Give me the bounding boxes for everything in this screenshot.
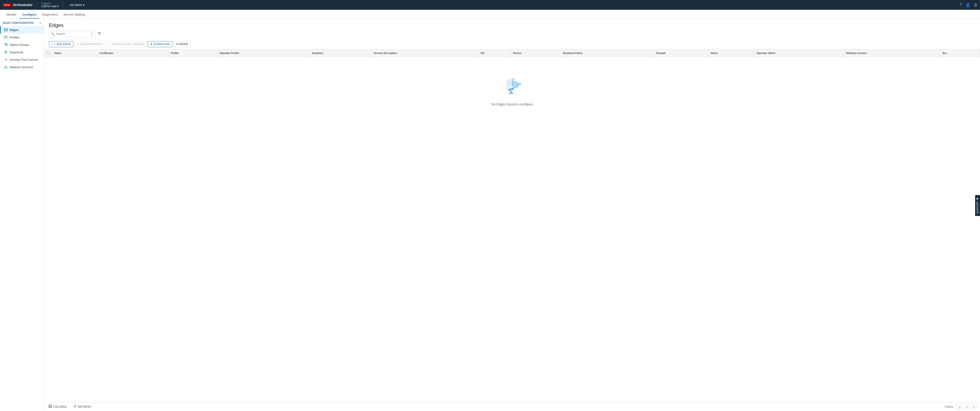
more-button[interactable]: ••• MORE [173, 41, 191, 47]
col-name[interactable]: Name [52, 49, 97, 57]
col-secrets-encryption[interactable]: Secrets Encryption [371, 49, 478, 57]
menu-button[interactable]: ☰ [974, 3, 977, 7]
pagination-next-button[interactable]: ▶ [972, 405, 977, 409]
user-button[interactable]: 👤 [966, 3, 970, 7]
svg-rect-34 [50, 405, 51, 408]
svg-point-15 [6, 68, 8, 68]
svg-line-16 [5, 67, 6, 68]
top-nav-left: vmw Orchestrator Customer LAB for velo ▾… [3, 2, 84, 8]
tab-configure[interactable]: Configure [19, 11, 39, 19]
columns-button[interactable]: COLUMNS [47, 404, 68, 409]
select-all-checkbox[interactable] [46, 51, 49, 54]
assign-profile-label: ✓ ASSIGN PROFILE [77, 43, 103, 46]
sidebar-item-object-groups[interactable]: Object Groups [0, 41, 44, 48]
empty-state-row: No Edges found to configure [44, 57, 980, 125]
edges-table: Name Certificates Profile Operator Profi… [44, 49, 980, 125]
sidebar-item-label-segments: Segments [10, 51, 23, 54]
collapse-sidebar-button[interactable]: « [39, 21, 41, 25]
hamburger-icon: ☰ [974, 3, 977, 7]
overlay-flow-icon [4, 58, 8, 62]
edges-icon [4, 28, 8, 32]
sidebar: Edge Configuration « Edges Pro [0, 19, 44, 411]
empty-illustration [501, 75, 524, 99]
top-nav: vmw Orchestrator Customer LAB for velo ▾… [0, 0, 980, 10]
assign-edge-license-button[interactable]: ✓ ASSIGN EDGE LICENSE [107, 41, 147, 47]
bottom-bar: COLUMNS REFRESH 0 items |◀ ◀ ▶ [44, 402, 980, 411]
sidebar-item-label-object-groups: Object Groups [10, 43, 29, 46]
pagination-first-button[interactable]: |◀ [956, 405, 962, 409]
add-edge-label: + ADD EDGE [54, 43, 71, 46]
main-layout: Edge Configuration « Edges Pro [0, 19, 980, 411]
columns-icon [48, 405, 52, 409]
sidebar-item-network-services[interactable]: Network Services [0, 63, 44, 71]
sidebar-item-segments[interactable]: Segments [0, 48, 44, 56]
col-operator-alerts[interactable]: Operator Alerts [754, 49, 844, 57]
filter-icon[interactable] [97, 32, 102, 36]
col-device[interactable]: Device [511, 49, 560, 57]
sidebar-item-profiles[interactable]: Profiles [0, 33, 44, 41]
search-box[interactable]: 🔍 ⓘ [49, 31, 95, 37]
content-header: Edges 🔍 ⓘ [44, 19, 980, 39]
profiles-icon [4, 35, 8, 39]
items-count: 0 items [944, 405, 953, 408]
add-edge-button[interactable]: + + ADD EDGE [49, 41, 73, 47]
svg-point-14 [4, 68, 5, 68]
refresh-button[interactable]: REFRESH [72, 404, 92, 409]
empty-state: No Edges found to configure [44, 57, 980, 125]
object-groups-icon [4, 43, 8, 46]
col-analytics[interactable]: Analytics [310, 49, 371, 57]
assign-profile-button[interactable]: ✓ ASSIGN PROFILE [74, 41, 106, 47]
col-checkbox[interactable] [44, 49, 52, 57]
col-certificates[interactable]: Certificates [97, 49, 169, 57]
assign-edge-license-label: ✓ ASSIGN EDGE LICENSE [109, 43, 144, 46]
col-business-policy[interactable]: Business Policy [560, 49, 654, 57]
tab-service-settings[interactable]: Service Settings [60, 11, 88, 19]
content-area: Edges 🔍 ⓘ + + ADD [44, 19, 980, 411]
toolbar: + + ADD EDGE ✓ ASSIGN PROFILE ✓ ASSIGN E… [44, 39, 980, 49]
bottom-bar-right: 0 items |◀ ◀ ▶ [944, 405, 977, 409]
col-alerts[interactable]: Alerts [708, 49, 754, 57]
sdwan-dropdown[interactable]: SD-WAN ▾ [70, 3, 84, 7]
tab-monitor[interactable]: Monitor [4, 11, 19, 19]
empty-state-message: No Edges found to configure [492, 102, 533, 106]
svg-rect-5 [5, 37, 6, 38]
search-row: 🔍 ⓘ [49, 31, 975, 37]
download-button[interactable]: ⬇ DOWNLOAD [148, 41, 172, 47]
sidebar-item-edges[interactable]: Edges [0, 26, 44, 33]
col-operator-profile[interactable]: Operator Profile [217, 49, 310, 57]
download-label: ⬇ DOWNLOAD [150, 43, 170, 46]
customer-label: Customer [41, 2, 59, 5]
chevron-down-icon: ▾ [57, 5, 59, 8]
info-icon: ⓘ [91, 32, 93, 36]
svg-rect-35 [51, 405, 51, 408]
segments-icon [4, 50, 8, 54]
col-firewall[interactable]: Firewall [654, 49, 708, 57]
refresh-label: REFRESH [78, 405, 91, 408]
customer-dropdown[interactable]: Customer LAB for velo ▾ [41, 2, 59, 8]
columns-label: COLUMNS [53, 405, 67, 408]
svg-point-26 [520, 86, 520, 86]
svg-point-6 [5, 43, 6, 45]
sidebar-item-label-network-services: Network Services [10, 65, 33, 69]
sidebar-item-label-edges: Edges [10, 28, 19, 32]
refresh-icon [73, 405, 76, 409]
top-nav-right: ? 👤 ☰ [960, 3, 977, 7]
support-tab[interactable]: SUPPORT ◀ [975, 195, 980, 216]
col-software-version[interactable]: Software version [843, 49, 940, 57]
col-ha[interactable]: HA [478, 49, 511, 57]
pagination-prev-button[interactable]: ◀ [964, 405, 969, 409]
customer-name: LAB for velo ▾ [41, 5, 59, 8]
col-bu[interactable]: Bu... [940, 49, 980, 57]
search-input[interactable] [56, 32, 89, 36]
sidebar-item-label-profiles: Profiles [10, 36, 19, 39]
col-profile[interactable]: Profile [169, 49, 217, 57]
svg-point-25 [520, 84, 521, 85]
help-button[interactable]: ? [960, 3, 962, 7]
support-chevron-icon: ◀ [976, 197, 979, 200]
sidebar-item-overlay-flow-control[interactable]: Overlay Flow Control [0, 56, 44, 63]
tab-diagnostics[interactable]: Diagnostics [39, 11, 60, 19]
svg-line-17 [6, 67, 7, 68]
svg-point-8 [6, 43, 7, 45]
svg-point-7 [6, 45, 7, 46]
vmw-logo: vmw [3, 3, 11, 7]
